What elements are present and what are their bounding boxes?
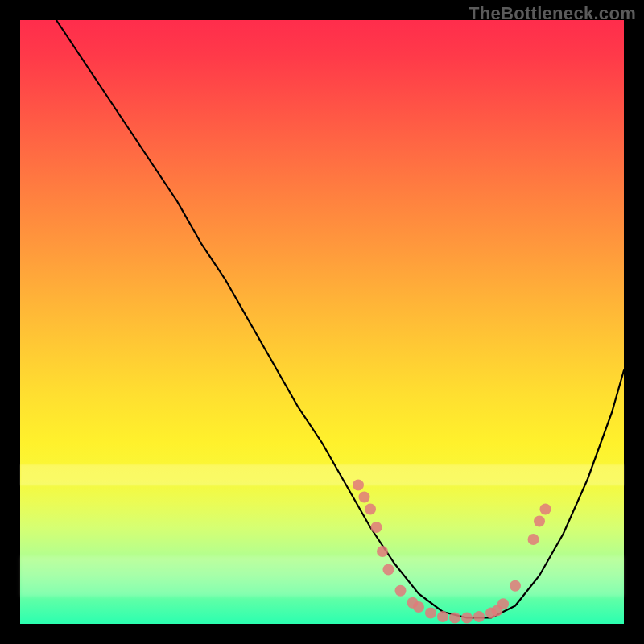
plot-area — [20, 20, 624, 624]
data-marker — [413, 601, 424, 613]
chart-frame: TheBottleneck.com — [0, 0, 644, 644]
data-marker — [497, 598, 509, 609]
data-marker — [473, 611, 485, 622]
data-marker — [510, 580, 521, 592]
data-marker — [425, 608, 436, 619]
data-marker — [395, 585, 407, 597]
data-marker — [377, 546, 388, 557]
data-marker — [383, 564, 394, 576]
marker-group — [353, 480, 551, 624]
data-marker — [461, 613, 473, 624]
data-marker — [353, 480, 364, 491]
data-marker — [540, 504, 551, 515]
data-marker — [359, 492, 370, 503]
data-marker — [528, 534, 539, 545]
data-marker — [437, 611, 448, 622]
watermark-text: TheBottleneck.com — [469, 3, 636, 24]
data-marker — [371, 522, 382, 533]
data-marker — [365, 504, 376, 515]
data-marker — [534, 516, 545, 527]
marker-layer — [20, 20, 624, 624]
data-marker — [449, 613, 460, 624]
